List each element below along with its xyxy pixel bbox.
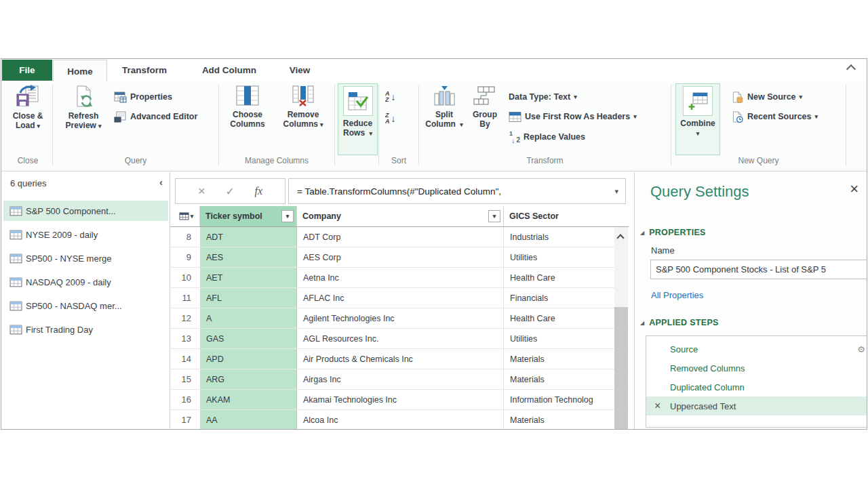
- cell-sector[interactable]: Utilities: [504, 247, 615, 267]
- collapse-queries-icon[interactable]: ‹: [159, 176, 163, 188]
- cell-company[interactable]: Alcoa Inc: [297, 410, 504, 430]
- cell-company[interactable]: AGL Resources Inc.: [297, 329, 504, 348]
- cell-sector[interactable]: Materials: [504, 410, 615, 430]
- cell-company[interactable]: Airgas Inc: [297, 369, 504, 389]
- combine-button[interactable]: Combine ▾: [675, 83, 720, 155]
- remove-columns-button[interactable]: Remove Columns▾: [274, 85, 332, 129]
- close-icon[interactable]: ×: [850, 182, 859, 197]
- reduce-rows-icon: [347, 91, 369, 111]
- properties-section-header[interactable]: ◢ PROPERTIES: [640, 228, 706, 237]
- formula-cancel-icon[interactable]: ×: [198, 184, 205, 199]
- sort-descending-button[interactable]: ZA ↓: [385, 110, 411, 127]
- query-name-input[interactable]: [650, 260, 867, 279]
- all-properties-link[interactable]: All Properties: [651, 290, 703, 300]
- cell-ticker[interactable]: AFL: [200, 288, 297, 308]
- delete-step-icon[interactable]: ×: [654, 401, 660, 411]
- cell-sector[interactable]: Industrials: [504, 227, 615, 247]
- sort-ascending-button[interactable]: AZ ↓: [385, 88, 411, 106]
- step-item-removed-columns[interactable]: Removed Columns: [646, 359, 867, 378]
- query-item[interactable]: S&P 500 Component...: [3, 201, 168, 221]
- row-number[interactable]: 17: [170, 410, 200, 430]
- cell-sector[interactable]: Materials: [504, 349, 615, 369]
- use-first-row-button[interactable]: Use First Row As Headers ▾: [509, 109, 637, 124]
- row-number[interactable]: 13: [170, 329, 200, 348]
- collapse-triangle-icon: ◢: [640, 320, 644, 326]
- group-by-button[interactable]: Group By: [467, 85, 503, 129]
- column-header-sector[interactable]: GICS Sector: [504, 206, 615, 226]
- fx-icon[interactable]: fx: [255, 185, 263, 197]
- recent-sources-button[interactable]: Recent Sources ▾: [731, 109, 818, 124]
- refresh-preview-button[interactable]: Refresh Preview▾: [57, 85, 110, 131]
- query-item[interactable]: SP500 - NASDAQ mer...: [3, 296, 168, 316]
- reduce-rows-button[interactable]: Reduce Rows ▾: [338, 83, 378, 155]
- row-number[interactable]: 14: [170, 349, 200, 369]
- cell-ticker[interactable]: AKAM: [200, 390, 297, 409]
- row-number[interactable]: 10: [170, 268, 200, 287]
- tab-file[interactable]: File: [2, 60, 52, 81]
- column-header-label: Company: [302, 211, 341, 221]
- data-type-button[interactable]: Data Type: Text ▾: [509, 89, 577, 104]
- split-column-button[interactable]: Split Column ▾: [425, 85, 464, 129]
- cell-company[interactable]: Air Products & Chemicals Inc: [297, 349, 504, 369]
- query-item[interactable]: SP500 - NYSE merge: [3, 248, 168, 268]
- column-header-ticker[interactable]: Ticker symbol ▾: [200, 206, 297, 226]
- formula-input[interactable]: = Table.TransformColumns(#"Duplicated Co…: [288, 178, 626, 204]
- choose-columns-button[interactable]: Choose Columns: [222, 85, 273, 129]
- cell-company[interactable]: Aetna Inc: [297, 268, 504, 287]
- formula-accept-icon[interactable]: ✓: [226, 185, 235, 198]
- row-number[interactable]: 12: [170, 308, 200, 328]
- filter-dropdown-icon[interactable]: ▾: [281, 210, 294, 222]
- step-item-source[interactable]: Source ⚙: [646, 340, 867, 359]
- cell-sector[interactable]: Financials: [504, 288, 615, 308]
- query-item[interactable]: First Trading Day: [3, 319, 168, 340]
- select-all-corner[interactable]: ▾: [170, 206, 200, 226]
- row-number[interactable]: 8: [170, 227, 200, 247]
- cell-sector[interactable]: Information Technolog: [504, 390, 615, 409]
- tab-view[interactable]: View: [278, 60, 321, 81]
- row-number[interactable]: 11: [170, 288, 200, 308]
- cell-ticker[interactable]: GAS: [200, 329, 297, 348]
- cell-company[interactable]: ADT Corp: [297, 227, 504, 247]
- row-number[interactable]: 16: [170, 390, 200, 409]
- cell-sector[interactable]: Utilities: [504, 329, 615, 348]
- cell-ticker[interactable]: AA: [200, 410, 297, 430]
- gear-icon[interactable]: ⚙: [857, 344, 865, 354]
- cell-company[interactable]: AFLAC Inc: [297, 288, 504, 308]
- step-item-uppercased-text[interactable]: × Uppercased Text: [646, 396, 867, 415]
- collapse-ribbon-icon[interactable]: [846, 64, 856, 74]
- tab-transform[interactable]: Transform: [108, 60, 180, 81]
- properties-button[interactable]: Properties: [114, 89, 172, 104]
- cell-sector[interactable]: Health Care: [504, 308, 615, 328]
- query-item[interactable]: NASDAQ 2009 - daily: [3, 272, 168, 292]
- cell-ticker[interactable]: ADT: [200, 227, 297, 247]
- new-source-button[interactable]: New Source ▾: [731, 89, 802, 104]
- table-header: ▾ Ticker symbol ▾ Company ▾ GICS Sector: [170, 206, 629, 227]
- row-number[interactable]: 15: [170, 369, 200, 389]
- replace-values-button[interactable]: 1↓2 Replace Values: [509, 129, 585, 144]
- filter-dropdown-icon[interactable]: ▾: [488, 210, 500, 222]
- scrollbar-thumb[interactable]: [614, 307, 628, 430]
- cell-ticker[interactable]: ARG: [200, 369, 297, 389]
- chevron-down-icon[interactable]: ▾: [614, 187, 618, 196]
- cell-sector[interactable]: Materials: [504, 369, 615, 389]
- cell-ticker[interactable]: AET: [200, 268, 297, 287]
- cell-sector[interactable]: Health Care: [504, 268, 615, 287]
- cell-ticker[interactable]: AES: [200, 247, 297, 267]
- applied-steps-section-header[interactable]: ◢ APPLIED STEPS: [640, 318, 719, 327]
- cell-ticker[interactable]: A: [200, 308, 297, 328]
- query-item[interactable]: NYSE 2009 - daily: [3, 224, 168, 245]
- tab-add-column[interactable]: Add Column: [193, 60, 265, 81]
- row-number[interactable]: 9: [170, 247, 200, 267]
- close-and-load-button[interactable]: Close & Load▾: [4, 85, 52, 131]
- column-header-company[interactable]: Company ▾: [297, 206, 504, 226]
- tab-home[interactable]: Home: [53, 60, 107, 82]
- step-label: Uppercased Text: [670, 401, 736, 411]
- cell-company[interactable]: Agilent Technologies Inc: [297, 308, 504, 328]
- advanced-editor-button[interactable]: Advanced Editor: [114, 109, 197, 124]
- cell-company[interactable]: AES Corp: [297, 247, 504, 267]
- step-item-duplicated-column[interactable]: Duplicated Column: [646, 378, 867, 396]
- scroll-up-icon[interactable]: [616, 234, 624, 241]
- cell-company[interactable]: Akamai Technologies Inc: [297, 390, 504, 409]
- table-scrollbar[interactable]: [614, 227, 628, 430]
- cell-ticker[interactable]: APD: [200, 349, 297, 369]
